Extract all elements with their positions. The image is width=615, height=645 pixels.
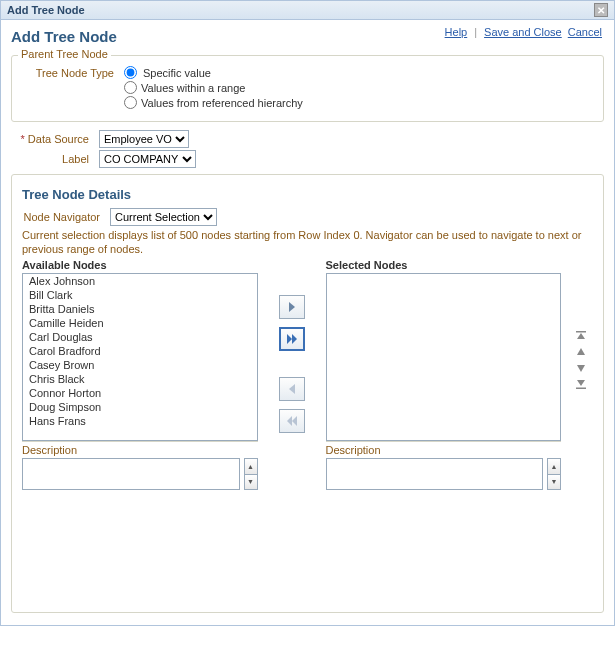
- label-select[interactable]: CO COMPANY: [99, 150, 196, 168]
- parent-tree-node-section: Parent Tree Node Tree Node Type Specific…: [11, 55, 604, 122]
- page-title: Add Tree Node: [11, 26, 117, 49]
- move-left-button[interactable]: [279, 377, 305, 401]
- radio-referenced-hierarchy[interactable]: [124, 96, 137, 109]
- selected-column: Selected Nodes Description ▲ ▼: [326, 259, 562, 490]
- available-description-label: Description: [22, 441, 258, 456]
- radio-values-range[interactable]: [124, 81, 137, 94]
- dialog-title: Add Tree Node: [7, 4, 85, 16]
- list-item[interactable]: Britta Daniels: [23, 302, 257, 316]
- move-all-left-button[interactable]: [279, 409, 305, 433]
- list-item[interactable]: Casey Brown: [23, 358, 257, 372]
- move-up-icon[interactable]: [573, 345, 589, 359]
- list-item[interactable]: Bill Clark: [23, 288, 257, 302]
- available-nodes-label: Available Nodes: [22, 259, 258, 271]
- move-all-right-button[interactable]: [279, 327, 305, 351]
- list-item[interactable]: Hans Frans: [23, 414, 257, 428]
- dialog-titlebar: Add Tree Node ✕: [1, 1, 614, 20]
- move-right-button[interactable]: [279, 295, 305, 319]
- radio-specific-value-label: Specific value: [143, 67, 211, 79]
- stepper-down-icon[interactable]: ▼: [548, 474, 560, 489]
- selected-nodes-label: Selected Nodes: [326, 259, 562, 271]
- data-source-label: * Data Source: [0, 133, 93, 145]
- save-and-close-button[interactable]: Save and Close: [482, 26, 564, 38]
- move-down-icon[interactable]: [573, 361, 589, 375]
- selected-description-label: Description: [326, 441, 562, 456]
- available-description-area[interactable]: [22, 458, 240, 490]
- list-item[interactable]: Carol Bradford: [23, 344, 257, 358]
- selected-description-stepper[interactable]: ▲ ▼: [547, 458, 561, 490]
- selected-description-area[interactable]: [326, 458, 544, 490]
- label-field-label: Label: [0, 153, 93, 165]
- stepper-up-icon[interactable]: ▲: [245, 459, 257, 474]
- data-source-select[interactable]: Employee VO: [99, 130, 189, 148]
- node-navigator-label: Node Navigator: [4, 211, 104, 223]
- radio-specific-value[interactable]: [124, 66, 137, 79]
- cancel-button[interactable]: Cancel: [566, 26, 604, 38]
- reorder-buttons: [569, 259, 593, 391]
- dialog: Add Tree Node ✕ Add Tree Node Help | Sav…: [0, 0, 615, 626]
- list-item[interactable]: Doug Simpson: [23, 400, 257, 414]
- list-item[interactable]: Chris Black: [23, 372, 257, 386]
- list-item[interactable]: Connor Horton: [23, 386, 257, 400]
- stepper-up-icon[interactable]: ▲: [548, 459, 560, 474]
- action-bar: Help | Save and Close Cancel: [443, 26, 604, 38]
- list-item[interactable]: Carl Douglas: [23, 330, 257, 344]
- available-nodes-list[interactable]: Alex JohnsonBill ClarkBritta DanielsCami…: [22, 273, 258, 441]
- tree-node-type-label: Tree Node Type: [22, 67, 118, 79]
- radio-referenced-hierarchy-label: Values from referenced hierarchy: [141, 97, 303, 109]
- svg-rect-1: [576, 387, 586, 389]
- list-item[interactable]: Alex Johnson: [23, 274, 257, 288]
- close-icon[interactable]: ✕: [594, 3, 608, 17]
- move-top-icon[interactable]: [573, 329, 589, 343]
- svg-rect-0: [576, 331, 586, 333]
- shuttle: Available Nodes Alex JohnsonBill ClarkBr…: [22, 259, 593, 490]
- available-column: Available Nodes Alex JohnsonBill ClarkBr…: [22, 259, 258, 490]
- help-link[interactable]: Help: [443, 26, 470, 38]
- shuttle-buttons: [266, 259, 318, 433]
- details-title: Tree Node Details: [22, 187, 593, 202]
- stepper-down-icon[interactable]: ▼: [245, 474, 257, 489]
- list-item[interactable]: Camille Heiden: [23, 316, 257, 330]
- radio-values-range-label: Values within a range: [141, 82, 245, 94]
- selected-nodes-list[interactable]: [326, 273, 562, 441]
- parent-legend: Parent Tree Node: [18, 48, 111, 60]
- tree-node-details-section: Tree Node Details Node Navigator Current…: [11, 174, 604, 613]
- navigator-hint: Current selection displays list of 500 n…: [22, 228, 593, 257]
- available-description-stepper[interactable]: ▲ ▼: [244, 458, 258, 490]
- node-navigator-select[interactable]: Current Selection: [110, 208, 217, 226]
- move-bottom-icon[interactable]: [573, 377, 589, 391]
